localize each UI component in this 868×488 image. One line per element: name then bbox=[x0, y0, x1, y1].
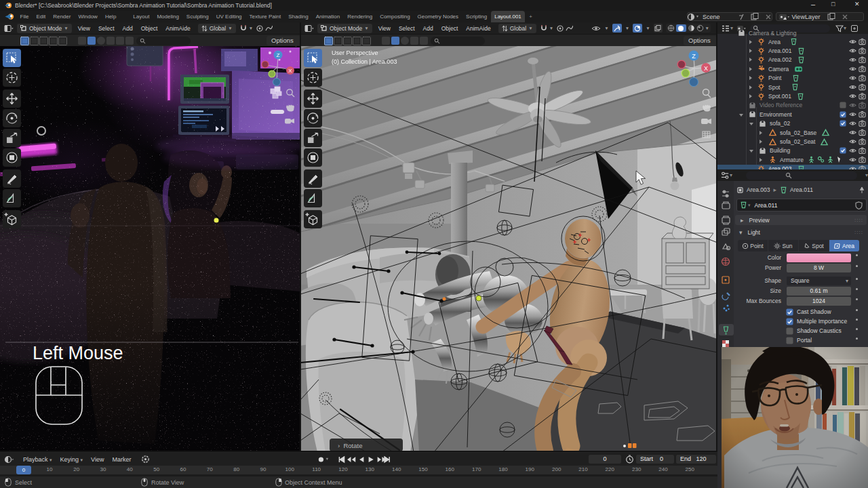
svg-text:Z: Z bbox=[692, 53, 696, 60]
svg-text:X: X bbox=[288, 68, 292, 74]
svg-text:Left Mouse: Left Mouse bbox=[33, 343, 123, 363]
svg-text:Z: Z bbox=[277, 52, 280, 58]
svg-text:(0) Collection | Area.003: (0) Collection | Area.003 bbox=[332, 58, 397, 65]
svg-text:› Rotate: › Rotate bbox=[338, 442, 362, 449]
svg-text:X: X bbox=[704, 65, 708, 72]
svg-text:User Perspective: User Perspective bbox=[332, 49, 378, 56]
